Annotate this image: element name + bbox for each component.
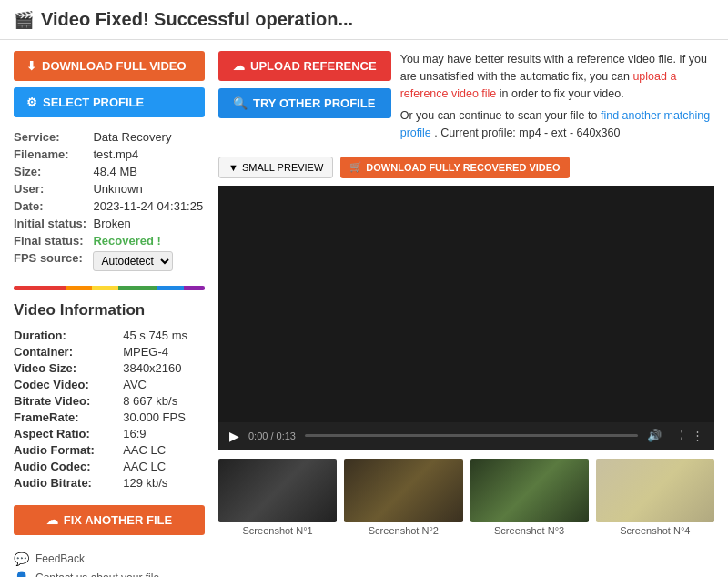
codec-value: AVC	[123, 376, 205, 392]
filename-value: test.mp4	[93, 146, 205, 163]
final-status-label: Final status:	[14, 232, 93, 249]
screenshot-item-4: Screenshot N°4	[596, 459, 714, 536]
video-size-value: 3840x2160	[123, 359, 205, 376]
preview-icon: ▼	[228, 162, 238, 173]
video-controls: ▶ 0:00 / 0:13 🔊 ⛶ ⋮	[218, 422, 714, 450]
info-text-4: . Current profile: mp4 - ext - 640x360	[434, 127, 620, 139]
audio-codec-value: AAC LC	[123, 458, 205, 474]
equalizer-icon: ⚙	[26, 96, 37, 109]
header: 🎬 Video Fixed! Successful operation...	[0, 0, 728, 40]
audio-format-label: Audio Format:	[14, 441, 123, 458]
codec-label: Codec Video:	[14, 376, 123, 392]
feedback-links: 💬 FeedBack 👤 Contact us about your file …	[14, 552, 205, 577]
container-value: MPEG-4	[123, 343, 205, 359]
right-panel: ☁ UPLOAD REFERENCE 🔍 TRY OTHER PROFILE Y…	[218, 51, 714, 577]
video-size-label: Video Size:	[14, 359, 123, 376]
fullscreen-icon[interactable]: ⛶	[671, 429, 682, 442]
screenshots-row: Screenshot N°1 Screenshot N°2 Screenshot…	[218, 459, 714, 536]
fps-cell: Autodetect	[93, 249, 205, 273]
search-icon: 🔍	[233, 96, 248, 110]
download-icon: ⬇	[26, 59, 36, 73]
play-button[interactable]: ▶	[229, 429, 239, 443]
video-info-title: Video Information	[14, 301, 205, 319]
size-label: Size:	[14, 163, 93, 180]
final-status-value: Recovered !	[93, 232, 205, 249]
filename-label: Filename:	[14, 146, 93, 163]
action-buttons: ☁ UPLOAD REFERENCE 🔍 TRY OTHER PROFILE	[218, 51, 391, 118]
screenshot-label-2: Screenshot N°2	[344, 525, 462, 536]
info-text-3: Or you can continue to scan your file to	[400, 109, 598, 122]
screenshot-item-3: Screenshot N°3	[470, 459, 589, 536]
cart-icon: 🛒	[349, 161, 362, 173]
framerate-value: 30.000 FPS	[123, 409, 205, 425]
select-profile-button[interactable]: ⚙ SELECT PROFILE	[14, 87, 205, 117]
screenshot-label-4: Screenshot N°4	[596, 525, 714, 536]
color-bar-yellow	[92, 286, 118, 290]
service-label: Service:	[14, 128, 93, 146]
fps-label: FPS source:	[14, 249, 93, 273]
size-value: 48.4 MB	[93, 163, 205, 180]
volume-icon[interactable]: 🔊	[647, 429, 662, 442]
color-bar-red	[14, 286, 66, 290]
initial-status-label: Initial status:	[14, 215, 93, 232]
initial-status-value: Broken	[93, 215, 205, 232]
fix-icon: ☁	[46, 513, 58, 527]
screenshot-label-1: Screenshot N°1	[218, 525, 337, 536]
color-bar-orange	[66, 286, 93, 290]
header-icon: 🎬	[14, 10, 34, 30]
duration-label: Duration:	[14, 327, 123, 343]
contact-text[interactable]: Contact us about your file	[35, 572, 159, 577]
screenshot-item-1: Screenshot N°1	[218, 459, 337, 536]
audio-format-value: AAC LC	[123, 441, 205, 458]
fps-select[interactable]: Autodetect	[93, 251, 173, 271]
try-other-profile-button[interactable]: 🔍 TRY OTHER PROFILE	[218, 88, 391, 118]
color-bar-green	[118, 286, 157, 290]
small-preview-button[interactable]: ▼ SMALL PREVIEW	[218, 157, 333, 178]
container-label: Container:	[14, 343, 123, 359]
color-bar-blue	[157, 286, 184, 290]
feedback-text[interactable]: FeedBack	[35, 552, 85, 565]
audio-bitrate-label: Audio Bitrate:	[14, 474, 123, 491]
color-bar	[14, 286, 205, 290]
audio-bitrate-value: 129 kb/s	[123, 474, 205, 491]
screenshot-label-3: Screenshot N°3	[470, 525, 589, 536]
time-display: 0:00 / 0:13	[248, 430, 296, 441]
user-value: Unknown	[93, 180, 205, 197]
service-value: Data Recovery	[93, 128, 205, 146]
framerate-label: FrameRate:	[14, 409, 123, 425]
left-panel: ⬇ DOWNLOAD FULL VIDEO ⚙ SELECT PROFILE S…	[14, 51, 205, 577]
screenshot-thumb-3	[470, 459, 589, 522]
feedback-link[interactable]: 💬 FeedBack	[14, 552, 205, 566]
screenshot-thumb-1	[218, 459, 337, 522]
screenshot-item-2: Screenshot N°2	[344, 459, 462, 536]
date-value: 2023-11-24 04:31:25	[93, 197, 205, 215]
preview-bar: ▼ SMALL PREVIEW 🛒 DOWNLOAD FULLY RECOVER…	[218, 157, 714, 178]
duration-value: 45 s 745 ms	[123, 327, 205, 343]
download-full-video-button[interactable]: ⬇ DOWNLOAD FULL VIDEO	[14, 51, 205, 81]
download-recovered-button[interactable]: 🛒 DOWNLOAD FULLY RECOVERED VIDEO	[340, 157, 569, 178]
video-player: ▶ 0:00 / 0:13 🔊 ⛶ ⋮	[218, 186, 714, 450]
progress-bar[interactable]	[305, 434, 638, 437]
upload-icon: ☁	[233, 59, 245, 73]
file-info-table: Service: Data Recovery Filename: test.mp…	[14, 128, 205, 273]
contact-icon: 👤	[14, 571, 29, 577]
contact-link[interactable]: 👤 Contact us about your file	[14, 571, 205, 577]
bitrate-label: Bitrate Video:	[14, 392, 123, 409]
page-title: Video Fixed! Successful operation...	[41, 9, 353, 30]
aspect-ratio-label: Aspect Ratio:	[14, 425, 123, 441]
actions-row: ☁ UPLOAD REFERENCE 🔍 TRY OTHER PROFILE Y…	[218, 51, 714, 147]
screenshot-thumb-4	[596, 459, 714, 522]
audio-codec-label: Audio Codec:	[14, 458, 123, 474]
info-text-block: You may have better results with a refer…	[400, 51, 714, 147]
upload-reference-button[interactable]: ☁ UPLOAD REFERENCE	[218, 51, 391, 81]
video-information-section: Video Information Duration: 45 s 745 ms …	[14, 301, 205, 491]
more-options-icon[interactable]: ⋮	[692, 429, 703, 442]
user-label: User:	[14, 180, 93, 197]
feedback-icon: 💬	[14, 552, 29, 566]
screenshot-thumb-2	[344, 459, 462, 522]
fix-another-file-button[interactable]: ☁ FIX ANOTHER FILE	[14, 505, 205, 535]
info-text-2: in order to fix your video.	[500, 87, 624, 100]
bitrate-value: 8 667 kb/s	[123, 392, 205, 409]
date-label: Date:	[14, 197, 93, 215]
aspect-ratio-value: 16:9	[123, 425, 205, 441]
